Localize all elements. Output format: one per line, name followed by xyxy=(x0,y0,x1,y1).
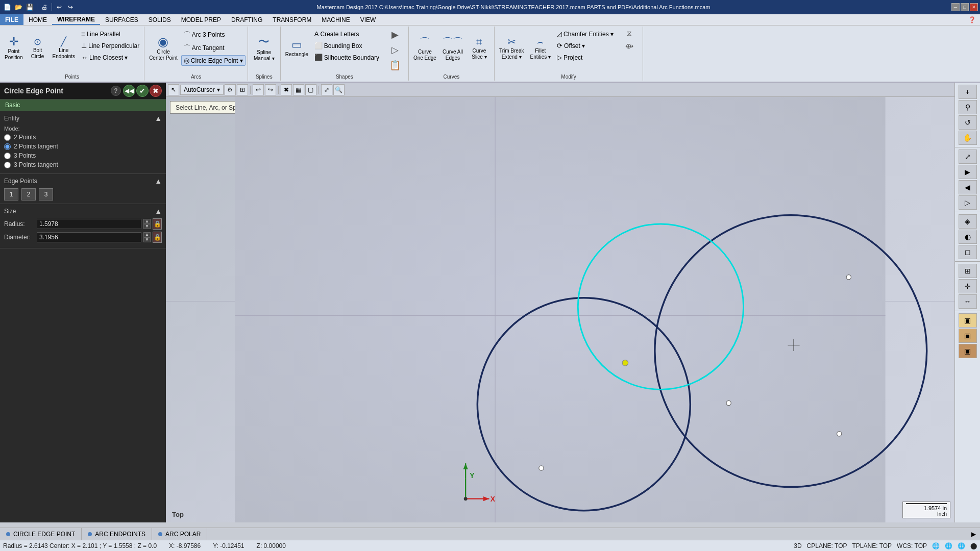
diameter-lock-btn[interactable]: 🔒 xyxy=(153,232,162,243)
menu-view[interactable]: VIEW xyxy=(355,14,381,25)
diameter-up-btn[interactable]: ▲ xyxy=(143,232,151,237)
circle-edge-point-btn[interactable]: ◎Circle Edge Point ▾ xyxy=(181,55,246,66)
rt-fit-btn[interactable]: ⤢ xyxy=(959,149,977,164)
curve-all-edges-btn[interactable]: ⌒⌒ Curve AllEdges xyxy=(440,28,465,68)
cancel-btn[interactable]: ✖ xyxy=(150,85,162,97)
modify-extra1[interactable]: ⧖ xyxy=(618,28,641,39)
shapes-extra-btn1[interactable]: ▶ xyxy=(384,28,406,42)
menu-transform[interactable]: TRANSFORM xyxy=(267,14,316,25)
line-endpoints-btn[interactable]: ╱ LineEndpoints xyxy=(50,28,78,68)
diameter-down-btn[interactable]: ▼ xyxy=(143,237,151,242)
menu-file[interactable]: FILE xyxy=(0,14,23,25)
spline-manual-btn[interactable]: 〜 SplineManual ▾ xyxy=(250,28,278,68)
minimize-btn[interactable]: ─ xyxy=(951,3,960,11)
circle-center-point-btn[interactable]: ◉ CircleCenter Point xyxy=(146,28,180,68)
open-btn[interactable]: 📂 xyxy=(13,2,23,12)
rt-zoom-btn[interactable]: ⚲ xyxy=(959,100,977,114)
diameter-input[interactable] xyxy=(37,232,141,242)
autocursor-dropdown[interactable]: AutoCursor▾ xyxy=(180,85,224,95)
status-globe-icon[interactable]: 🌐 xyxy=(932,542,940,549)
menu-wireframe[interactable]: WIREFRAME xyxy=(52,14,100,25)
mode-2points-radio[interactable] xyxy=(4,134,11,141)
fillet-entities-btn[interactable]: ⌢ FilletEntities ▾ xyxy=(527,28,553,68)
rt-material2-btn[interactable]: ▣ xyxy=(959,344,977,358)
basic-tab[interactable]: Basic xyxy=(0,99,166,111)
vp-deselect-btn[interactable]: ▢ xyxy=(305,84,316,95)
undo-btn[interactable]: ↩ xyxy=(54,2,64,12)
rt-back-btn[interactable]: ◀ xyxy=(959,180,977,194)
menu-drafting[interactable]: DRAFTING xyxy=(226,14,267,25)
rt-plus-btn[interactable]: + xyxy=(959,85,977,99)
create-letters-btn[interactable]: ACreate Letters xyxy=(312,29,382,39)
mode-3points-radio[interactable] xyxy=(4,153,11,159)
rt-iso-btn[interactable]: ◈ xyxy=(959,214,977,229)
edge-point-2-btn[interactable]: 2 xyxy=(21,188,36,201)
edge-point-1-btn[interactable]: 1 xyxy=(4,188,18,201)
rt-material-btn[interactable]: ▣ xyxy=(959,329,977,343)
vp-delete-btn[interactable]: ✖ xyxy=(281,84,292,95)
curve-slice-btn[interactable]: ⌗ CurveSlice ▾ xyxy=(467,28,492,68)
new-btn[interactable]: 📄 xyxy=(2,2,12,12)
tab-arc-polar[interactable]: ARC POLAR xyxy=(152,528,207,540)
vp-grid-btn[interactable]: ⊞ xyxy=(237,84,248,95)
vp-undo-btn[interactable]: ↩ xyxy=(253,84,264,95)
line-closest-btn[interactable]: ↔Line Closest ▾ xyxy=(79,52,142,63)
trim-break-extend-btn[interactable]: ✂ Trim BreakExtend ▾ xyxy=(497,28,527,68)
radius-up-btn[interactable]: ▲ xyxy=(143,219,151,224)
menu-machine[interactable]: MACHINE xyxy=(316,14,355,25)
help-btn[interactable]: ? xyxy=(111,86,121,96)
rt-dim-btn[interactable]: ↔ xyxy=(959,294,977,309)
curve-one-edge-btn[interactable]: ⌒ CurveOne Edge xyxy=(411,28,439,68)
rt-axes-btn[interactable]: ✛ xyxy=(959,279,977,293)
mode-3points-tangent-radio[interactable] xyxy=(4,162,11,168)
status-globe2-icon[interactable]: 🌐 xyxy=(945,542,952,549)
point-position-btn[interactable]: ✛ PointPosition xyxy=(2,28,26,68)
redo-btn[interactable]: ↪ xyxy=(65,2,76,12)
back-icon-btn[interactable]: ◀◀ xyxy=(123,85,135,97)
shapes-extra-btn2[interactable]: ▷ xyxy=(384,43,406,57)
vp-redo-btn[interactable]: ↪ xyxy=(265,84,276,95)
tab-circle-edge-point[interactable]: CIRCLE EDGE POINT xyxy=(0,528,82,540)
bounding-box-btn[interactable]: ⬜Bounding Box xyxy=(312,40,382,51)
menu-modelprep[interactable]: MODEL PREP xyxy=(176,14,226,25)
menu-home[interactable]: HOME xyxy=(23,14,52,25)
offset-btn[interactable]: ⟳Offset ▾ xyxy=(554,40,616,51)
close-btn[interactable]: ✕ xyxy=(970,3,978,11)
line-parallel-btn[interactable]: ≡Line Parallel xyxy=(79,29,142,39)
rt-wire-btn[interactable]: ◻ xyxy=(959,245,977,259)
tab-expand-btn[interactable]: ▶ xyxy=(967,528,980,540)
tab-arc-endpoints[interactable]: ARC ENDPOINTS xyxy=(82,528,152,540)
ok-btn[interactable]: ✔ xyxy=(136,85,149,97)
vp-cursor-btn[interactable]: ↖ xyxy=(168,84,179,95)
bolt-circle-btn[interactable]: ⊙ BoltCircle xyxy=(27,28,49,68)
radius-lock-btn[interactable]: 🔒 xyxy=(153,218,162,230)
rt-rotate-btn[interactable]: ↺ xyxy=(959,115,977,130)
help-icon[interactable]: ❓ xyxy=(964,14,980,25)
vp-select-btn[interactable]: ▦ xyxy=(293,84,304,95)
project-btn[interactable]: ▷Project xyxy=(554,52,616,63)
vp-zoom-in-btn[interactable]: 🔍 xyxy=(333,84,345,95)
chamfer-entities-btn[interactable]: ◿Chamfer Entities ▾ xyxy=(554,29,616,39)
maximize-btn[interactable]: □ xyxy=(961,3,969,11)
status-globe3-icon[interactable]: 🌐 xyxy=(958,542,965,549)
rt-color-btn[interactable]: ▣ xyxy=(959,313,977,328)
print-btn[interactable]: 🖨 xyxy=(39,2,50,12)
rt-front-btn[interactable]: ▶ xyxy=(959,165,977,179)
mode-2points-tangent-radio[interactable] xyxy=(4,143,11,150)
size-collapse-btn[interactable]: ▲ xyxy=(155,207,162,215)
vp-snap-btn[interactable]: ⚙ xyxy=(225,84,236,95)
vp-zoom-fit-btn[interactable]: ⤢ xyxy=(321,84,332,95)
radius-down-btn[interactable]: ▼ xyxy=(143,224,151,229)
save-btn[interactable]: 💾 xyxy=(24,2,35,12)
menu-solids[interactable]: SOLIDS xyxy=(143,14,176,25)
rt-shade-btn[interactable]: ◐ xyxy=(959,230,977,244)
line-perpendicular-btn[interactable]: ⊥Line Perpendicular xyxy=(79,40,142,51)
rt-right-btn[interactable]: ▷ xyxy=(959,195,977,210)
radius-input[interactable] xyxy=(37,219,141,229)
rt-pan-btn[interactable]: ✋ xyxy=(959,131,977,145)
menu-surfaces[interactable]: SURFACES xyxy=(100,14,143,25)
shapes-extra-btn3[interactable]: 📋 xyxy=(384,58,406,72)
arc-tangent-btn[interactable]: ⌒Arc Tangent xyxy=(181,42,246,54)
arc-3points-btn[interactable]: ⌒Arc 3 Points xyxy=(181,29,246,41)
edge-point-3-btn[interactable]: 3 xyxy=(39,188,53,201)
